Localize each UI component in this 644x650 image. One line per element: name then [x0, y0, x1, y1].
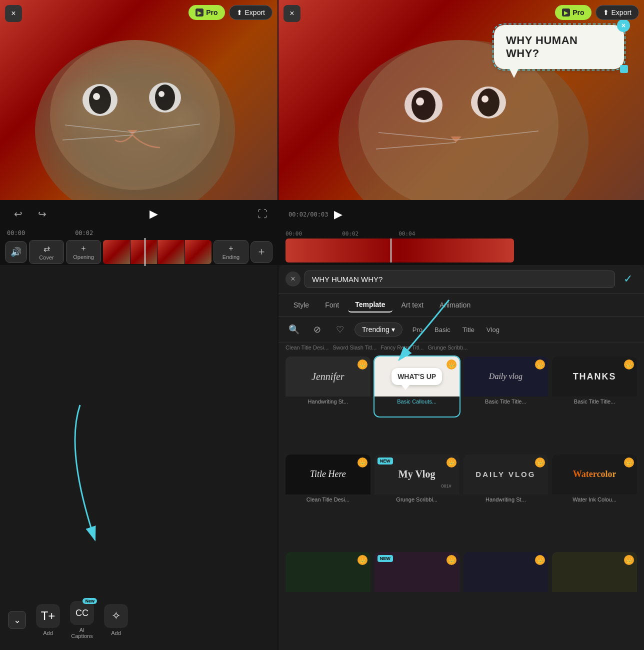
- template-my-vlog[interactable]: 👑 NEW My Vlog 001# Grunge Scribbl...: [374, 454, 460, 514]
- template-daily-vlog-text: Daily vlog: [489, 372, 522, 381]
- export-label-right: Export: [612, 8, 632, 16]
- svg-point-4: [93, 93, 100, 100]
- template-row3-3[interactable]: 👑: [464, 552, 548, 612]
- sparkle-icon: ✧: [112, 610, 120, 622]
- template-row3-1-label: [286, 592, 370, 596]
- undo-button[interactable]: ↩: [10, 206, 26, 222]
- template-handwriting[interactable]: 👑 Jennifer Handwriting St...: [286, 356, 370, 416]
- tab-art-text[interactable]: Art text: [394, 298, 430, 312]
- add-effect-icon[interactable]: ✧: [104, 604, 128, 628]
- bubble-close-button[interactable]: ×: [617, 19, 630, 32]
- chevron-down-button[interactable]: ⌄: [8, 611, 26, 629]
- template-watercolor[interactable]: 👑 Watercolor Water Ink Colou...: [552, 454, 637, 514]
- right-video-panel: × ▶ Pro ⬆ Export: [278, 0, 644, 200]
- template-row3-2-label: [374, 592, 460, 596]
- callout-tail: [402, 385, 410, 390]
- cover-label: Cover: [39, 254, 54, 260]
- text-input-row: × ✓: [278, 265, 644, 294]
- filmstrip-frame-2: [130, 240, 158, 264]
- text-confirm-button[interactable]: ✓: [619, 270, 637, 288]
- text-input-field[interactable]: [304, 270, 615, 288]
- speech-bubble-wrapper[interactable]: × WHY HUMAN WHY?: [494, 25, 624, 69]
- add-effect-tool[interactable]: ✧ Add: [104, 604, 128, 636]
- template-row3-2[interactable]: 👑 NEW: [374, 552, 460, 612]
- redo-button[interactable]: ↪: [34, 206, 50, 222]
- audio-button[interactable]: 🔊: [5, 241, 27, 263]
- tab-style[interactable]: Style: [286, 298, 316, 312]
- speech-bubble[interactable]: × WHY HUMAN WHY?: [494, 25, 624, 69]
- tab-font[interactable]: Font: [318, 298, 346, 312]
- template-watercolor-text: Watercolor: [573, 469, 616, 480]
- bubble-resize-handle[interactable]: [620, 65, 628, 73]
- left-pro-button[interactable]: ▶ Pro: [188, 5, 224, 20]
- template-thanks[interactable]: 👑 THANKS Basic Title Title...: [552, 356, 637, 416]
- tab-template[interactable]: Template: [348, 298, 392, 312]
- template-title-here[interactable]: 👑 Title Here Clean Title Desi...: [286, 454, 370, 514]
- left-export-button[interactable]: ⬆ Export: [229, 5, 272, 20]
- crown-badge-12: 👑: [624, 555, 634, 565]
- ai-captions-tool[interactable]: CC New AICaptions: [70, 601, 94, 639]
- lower-section: ⌄ T+ Add CC New AICaptions: [0, 265, 644, 650]
- add-effect-label: Add: [111, 630, 121, 636]
- right-close-button[interactable]: ×: [284, 5, 300, 22]
- right-export-button[interactable]: ⬆ Export: [596, 5, 639, 20]
- left-play-button[interactable]: ▶: [144, 204, 164, 224]
- add-text-icon[interactable]: T+: [36, 604, 60, 628]
- heart-filter-button[interactable]: ♡: [332, 321, 348, 338]
- ai-captions-icon[interactable]: CC New: [70, 601, 94, 625]
- tab-animation[interactable]: Animation: [432, 298, 478, 312]
- ending-icon: +: [228, 244, 233, 253]
- clip-cover[interactable]: ⇄ Cover: [29, 240, 64, 264]
- text-editor-close-button[interactable]: ×: [286, 272, 300, 286]
- add-text-tool[interactable]: T+ Add: [36, 604, 60, 636]
- trending-label: Trending: [362, 326, 390, 334]
- chevron-down-icon: ▾: [392, 326, 395, 334]
- filter-tag-pro[interactable]: Pro: [408, 324, 426, 336]
- filter-tag-vlog[interactable]: Vlog: [482, 324, 504, 336]
- cat-svg-left: [0, 0, 278, 200]
- template-row3-1[interactable]: 👑: [286, 552, 370, 612]
- opening-icon: +: [81, 244, 86, 253]
- template-row3-4[interactable]: 👑: [552, 552, 637, 612]
- clip-ending[interactable]: + Ending: [214, 240, 248, 264]
- trending-dropdown[interactable]: Trending ▾: [354, 322, 402, 336]
- template-grid: 👑 Jennifer Handwriting St... 👑 WHAT'S UP: [278, 352, 644, 650]
- template-callout[interactable]: 👑 WHAT'S UP Basic Callouts...: [374, 356, 460, 416]
- category-label-2: Sword Slash Titl...: [332, 344, 376, 350]
- category-label-4: Grunge Scribb...: [428, 344, 468, 350]
- template-my-vlog-label: Grunge Scribbl...: [374, 494, 460, 504]
- category-label-1: Clean Title Desi...: [286, 344, 328, 350]
- template-handwriting-label: Handwriting St...: [286, 396, 370, 406]
- svg-point-15: [412, 90, 436, 120]
- right-pro-button[interactable]: ▶ Pro: [555, 5, 591, 20]
- left-middle: ↩ ↪ ▶ ⛶ 00:00 00:02 🔊 ⇄ Cover: [0, 200, 278, 265]
- fullscreen-button[interactable]: ⛶: [258, 208, 268, 220]
- template-category-row: Clean Title Desi... Sword Slash Titl... …: [278, 342, 644, 352]
- template-callout-label: Basic Callouts...: [374, 396, 460, 406]
- clip-opening[interactable]: + Opening: [66, 240, 101, 264]
- svg-point-19: [482, 96, 488, 102]
- template-daily-vlog-bg: 👑 Daily vlog: [464, 356, 548, 396]
- filter-tag-title[interactable]: Title: [458, 324, 478, 336]
- left-close-button[interactable]: ×: [5, 5, 22, 22]
- cc-icon: CC: [76, 608, 88, 618]
- left-time-mid: 00:02: [75, 230, 93, 236]
- blocked-filter-button[interactable]: ⊘: [308, 321, 326, 338]
- filmstrip[interactable]: [103, 240, 212, 264]
- filter-tag-basic[interactable]: Basic: [430, 324, 454, 336]
- template-row3-1-bg: 👑: [286, 552, 370, 592]
- lower-left: ⌄ T+ Add CC New AICaptions: [0, 265, 278, 650]
- svg-point-18: [478, 88, 500, 116]
- right-time-display: 00:02/00:03: [288, 211, 328, 218]
- opening-label: Opening: [73, 254, 94, 260]
- template-daily-vlog[interactable]: 👑 Daily vlog Basic Title Title...: [464, 356, 548, 416]
- search-filter-button[interactable]: 🔍: [286, 321, 302, 338]
- template-daily-vlog-2[interactable]: 👑 DAILY VLOG Handwriting St...: [464, 454, 548, 514]
- template-watercolor-bg: 👑 Watercolor: [552, 454, 637, 494]
- template-thanks-bg: 👑 THANKS: [552, 356, 637, 396]
- right-play-button[interactable]: ▶: [328, 204, 348, 224]
- left-time-display-row: 00:00 00:02: [0, 228, 278, 238]
- add-clip-button[interactable]: +: [250, 241, 272, 263]
- left-controls-left: ↩ ↪: [10, 206, 50, 222]
- template-handwriting-text: Jennifer: [312, 371, 344, 382]
